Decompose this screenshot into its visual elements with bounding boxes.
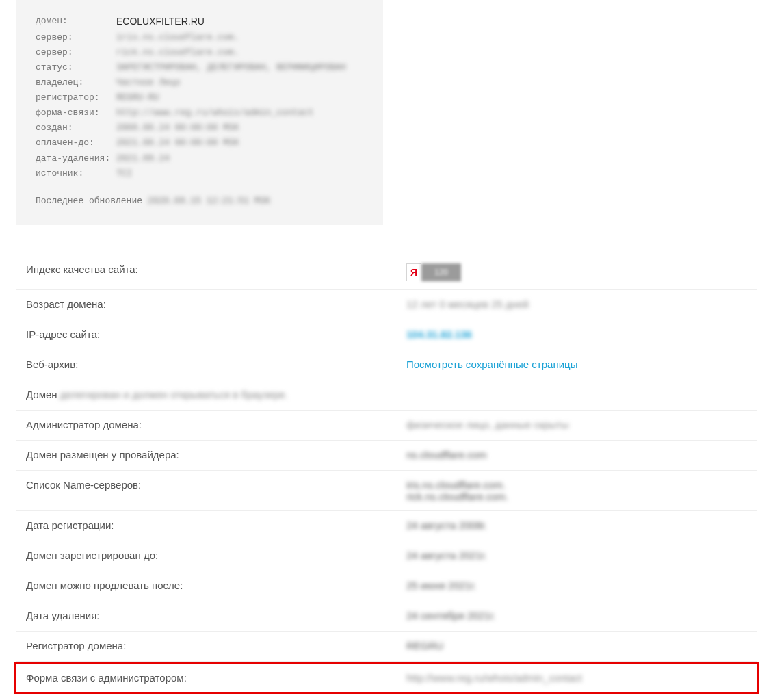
whois-row: оплачен-до:2021.08.24 00:00:00 MSK <box>36 135 364 151</box>
label-reg-until: Домен зарегистрирован до: <box>26 549 406 561</box>
whois-key: сервер: <box>36 30 116 45</box>
whois-row: создан:2008.08.24 00:00:00 MSK <box>36 120 364 135</box>
label-ns: Список Name-серверов: <box>26 479 406 491</box>
whois-key: дата-удаления: <box>36 151 116 166</box>
ns-line-2: rick.ns.cloudflare.com. <box>406 491 748 502</box>
label-admin: Администратор домена: <box>26 419 406 430</box>
whois-row: сервер:iris.ns.cloudflare.com. <box>36 30 364 45</box>
label-contact-form: Форма связи с администратором: <box>26 672 406 684</box>
whois-key: форма-связи: <box>36 105 116 120</box>
whois-key: домен: <box>36 14 116 30</box>
whois-value: 2021.08.24 00:00:00 MSK <box>116 135 239 151</box>
whois-row: источник:TCI <box>36 166 364 181</box>
label-age: Возраст домена: <box>26 298 406 310</box>
whois-value: ECOLUXFILTER.RU <box>116 14 205 30</box>
whois-row: сервер:rick.ns.cloudflare.com. <box>36 45 364 60</box>
label-del-date: Дата удаления: <box>26 610 406 621</box>
label-archive: Веб-архив: <box>26 359 406 370</box>
label-ip: IP-адрес сайта: <box>26 328 406 340</box>
row-info-received: Информация по домену получена 15 сентябр… <box>16 694 757 700</box>
label-renew: Домен можно продлевать после: <box>26 580 406 591</box>
whois-footer-value: 2020.09.15 12:21:51 MSK <box>148 194 270 209</box>
label-registrar: Регистратор домена: <box>26 640 406 651</box>
whois-row: домен:ECOLUXFILTER.RU <box>36 14 364 30</box>
row-web-archive: Веб-архив: Посмотреть сохранённые страни… <box>16 350 757 380</box>
row-deletion-date: Дата удаления: 24 сентября 2021г. <box>16 601 757 632</box>
whois-value: iris.ns.cloudflare.com. <box>116 30 239 45</box>
whois-row: дата-удаления:2021.09.24 <box>36 151 364 166</box>
yandex-iks-badge[interactable]: Я 120 <box>406 263 461 281</box>
row-delegation-status: Домен делегирован и должен открываться в… <box>16 380 757 411</box>
whois-key: создан: <box>36 120 116 135</box>
label-quality: Индекс качества сайта: <box>26 263 406 275</box>
whois-row: форма-связи:http://www.reg.ru/whois/admi… <box>36 105 364 120</box>
whois-key: оплачен-до: <box>36 135 116 151</box>
value-provider: ns.cloudflare.com <box>406 449 748 461</box>
whois-value: rick.ns.cloudflare.com. <box>116 45 239 60</box>
yandex-iks-value: 120 <box>421 263 461 281</box>
whois-value: 2008.08.24 00:00:00 MSK <box>116 120 239 135</box>
whois-value: Частное Лицо <box>116 75 181 90</box>
value-registrar: REGRU <box>406 640 748 651</box>
value-admin: физическое лицо, данные скрыты <box>406 419 748 430</box>
whois-value: http://www.reg.ru/whois/admin_contact <box>116 105 314 120</box>
label-reg-date: Дата регистрации: <box>26 519 406 531</box>
row-quality-index: Индекс качества сайта: Я 120 <box>16 255 757 290</box>
row-registered-until: Домен зарегистрирован до: 24 августа 202… <box>16 541 757 571</box>
row-domain-age: Возраст домена: 12 лет 0 месяцев 25 дней <box>16 290 757 320</box>
whois-row: регистратор:REGRU-RU <box>36 90 364 105</box>
whois-block: домен:ECOLUXFILTER.RUсервер:iris.ns.clou… <box>16 0 383 225</box>
value-ip[interactable]: 104.31.82.136 <box>406 328 748 340</box>
whois-value: TCI <box>116 166 132 181</box>
row-ip-address: IP-адрес сайта: 104.31.82.136 <box>16 320 757 350</box>
row-hosting-provider: Домен размещен у провайдера: ns.cloudfla… <box>16 441 757 471</box>
whois-key: владелец: <box>36 75 116 90</box>
whois-key: источник: <box>36 166 116 181</box>
row-registration-date: Дата регистрации: 24 августа 2008г. <box>16 511 757 541</box>
value-ns: iris.ns.cloudflare.com. rick.ns.cloudfla… <box>406 479 748 502</box>
value-reg-until: 24 августа 2021г. <box>406 549 748 561</box>
value-del-date: 24 сентября 2021г. <box>406 610 748 621</box>
ns-line-1: iris.ns.cloudflare.com. <box>406 479 748 491</box>
whois-value: 2021.09.24 <box>116 151 170 166</box>
whois-key: сервер: <box>36 45 116 60</box>
whois-row: статус:ЗАРЕГИСТРИРОВАН, ДЕЛЕГИРОВАН, ВЕР… <box>36 60 364 75</box>
whois-key: статус: <box>36 60 116 75</box>
whois-row: владелец:Частное Лицо <box>36 75 364 90</box>
value-reg-date: 24 августа 2008г. <box>406 519 748 531</box>
value-age: 12 лет 0 месяцев 25 дней <box>406 298 748 310</box>
label-provider: Домен размещен у провайдера: <box>26 449 406 461</box>
whois-value: REGRU-RU <box>116 90 159 105</box>
domain-info-table: Индекс качества сайта: Я 120 Возраст дом… <box>16 255 757 700</box>
value-quality: Я 120 <box>406 263 748 281</box>
label-delegation: Домен <box>26 389 57 400</box>
value-delegation: делегирован и должен открываться в брауз… <box>60 389 748 400</box>
whois-key: регистратор: <box>36 90 116 105</box>
row-domain-registrar: Регистратор домена: REGRU <box>16 632 757 662</box>
row-admin-contact-form: Форма связи с администратором: http://ww… <box>14 662 759 694</box>
value-contact-form[interactable]: http://www.reg.ru/whois/admin_contact <box>406 672 748 684</box>
row-domain-admin: Администратор домена: физическое лицо, д… <box>16 411 757 441</box>
row-renew-after: Домен можно продлевать после: 25 июня 20… <box>16 571 757 601</box>
whois-last-update: Последнее обновление 2020.09.15 12:21:51… <box>36 194 364 209</box>
link-archive[interactable]: Посмотреть сохранённые страницы <box>406 359 748 370</box>
row-name-servers: Список Name-серверов: iris.ns.cloudflare… <box>16 471 757 511</box>
yandex-logo-icon: Я <box>406 263 421 281</box>
value-renew: 25 июня 2021г. <box>406 580 748 591</box>
whois-footer-label: Последнее обновление <box>36 194 142 209</box>
whois-value: ЗАРЕГИСТРИРОВАН, ДЕЛЕГИРОВАН, ВЕРИФИЦИРО… <box>116 60 345 75</box>
